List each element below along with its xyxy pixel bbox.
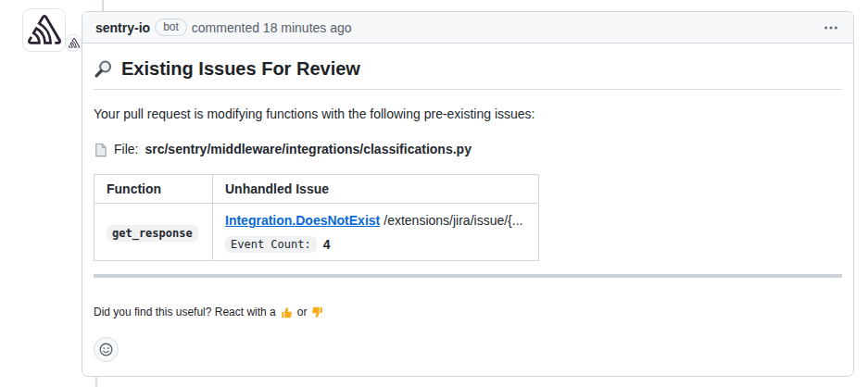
issue-line: Integration.DoesNotExist/extensions/jira…: [225, 211, 526, 231]
thumbs-down-icon: [311, 306, 323, 318]
section-title-text: Existing Issues For Review: [121, 57, 360, 81]
column-header-issue: Unhandled Issue: [213, 175, 539, 204]
table-header-row: Function Unhandled Issue: [94, 175, 539, 204]
function-code: get_response: [107, 225, 198, 242]
feedback-or-text: or: [297, 306, 308, 318]
feedback-prompt: Did you find this useful? React with a o…: [94, 306, 842, 318]
comment-card: sentry-io bot commented 18 minutes ago E…: [82, 11, 854, 377]
author-link[interactable]: sentry-io: [95, 20, 150, 35]
timeline-line-bottom: [95, 376, 97, 387]
sentry-logo-icon-small: [69, 38, 80, 48]
event-count-value: 4: [323, 237, 331, 252]
event-count-label: Event Count:: [225, 236, 317, 253]
bot-badge: bot: [155, 19, 187, 36]
function-cell: get_response: [94, 204, 213, 261]
smiley-icon: [99, 343, 113, 356]
section-title: Existing Issues For Review: [94, 57, 842, 90]
file-line: File: src/sentry/middleware/integrations…: [94, 140, 842, 159]
thumbs-up-icon: [281, 306, 293, 318]
avatar[interactable]: [22, 8, 66, 52]
kebab-horizontal-icon: [824, 20, 838, 35]
event-count-line: Event Count: 4: [225, 236, 526, 253]
table-row: get_response Integration.DoesNotExist/ex…: [94, 204, 539, 261]
intro-text: Your pull request is modifying functions…: [94, 105, 842, 124]
comment-header: sentry-io bot commented 18 minutes ago: [82, 12, 853, 44]
sentry-logo-icon: [28, 15, 61, 45]
add-reaction-button[interactable]: [94, 337, 119, 362]
issue-link[interactable]: Integration.DoesNotExist: [225, 213, 380, 228]
feedback-text: Did you find this useful? React with a: [94, 306, 276, 318]
pr-timeline: sentry-io bot commented 18 minutes ago E…: [0, 0, 868, 387]
issues-table: Function Unhandled Issue get_response In…: [94, 174, 539, 261]
file-label: File:: [114, 140, 138, 159]
file-path: src/sentry/middleware/integrations/class…: [145, 140, 471, 159]
issue-context: /extensions/jira/issue/{...: [384, 213, 522, 228]
issue-cell: Integration.DoesNotExist/extensions/jira…: [213, 204, 539, 261]
comment-options-button[interactable]: [822, 19, 840, 37]
divider: [94, 274, 842, 278]
comment-timestamp-link[interactable]: commented 18 minutes ago: [192, 20, 352, 35]
avatar-bot-badge: [65, 34, 82, 52]
column-header-function: Function: [94, 175, 213, 204]
page-icon: [94, 143, 107, 157]
search-icon: [94, 59, 113, 79]
comment-body: Existing Issues For Review Your pull req…: [82, 57, 853, 375]
